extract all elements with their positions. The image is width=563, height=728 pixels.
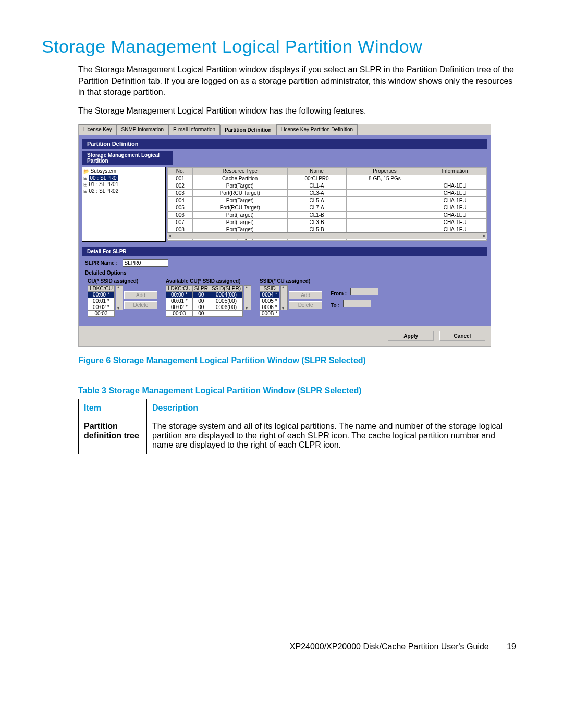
col-resource-type[interactable]: Resource Type <box>192 168 287 175</box>
page-footer: XP24000/XP20000 Disk/Cache Partition Use… <box>42 642 521 651</box>
ssid-table[interactable]: SSID 0004 * 0005 * 0006 * 000B * <box>260 285 279 317</box>
cu-scrollbar[interactable] <box>116 285 123 310</box>
desc-header-item: Item <box>79 399 147 417</box>
ssid-add-button[interactable]: Add <box>289 291 322 299</box>
table-row[interactable]: 001Cache Partition00:CLPR08 GB, 15 PGs <box>168 175 487 182</box>
table-row[interactable]: 006Port(Target)CL1-BCHA-1EU <box>168 212 487 219</box>
cu-add-button[interactable]: Add <box>124 291 157 299</box>
to-label: To : <box>331 303 340 309</box>
figure-caption: Figure 6 Storage Management Logical Part… <box>78 356 521 365</box>
apply-button[interactable]: Apply <box>388 331 434 341</box>
page-title: Storage Management Logical Partition Win… <box>42 36 521 57</box>
detail-title: Detail For SLPR <box>82 247 487 256</box>
from-input[interactable] <box>350 288 378 295</box>
tab-partition-definition[interactable]: Partition Definition <box>220 125 276 135</box>
desc-row-description: The storage system and all of its logica… <box>147 417 521 454</box>
tree-item-0[interactable]: 00 : SLPR0 <box>83 175 164 182</box>
col-properties[interactable]: Properties <box>346 168 423 175</box>
detailed-options-label: Detailed Options <box>85 270 126 276</box>
tab-license-key-partition[interactable]: License Key Partition Definition <box>276 124 358 135</box>
table-row[interactable]: 005Port(RCU Target)CL7-ACHA-1EU <box>168 204 487 212</box>
cu-table[interactable]: LDKC:CU 00:00 * 00:01 * 00:02 * 00:03 <box>88 285 115 317</box>
col-information[interactable]: Information <box>423 168 487 175</box>
desc-row-item: Partition definition tree <box>79 417 147 454</box>
panel-subtitle: Storage Management Logical Partition <box>82 151 173 165</box>
ssid-scrollbar[interactable] <box>280 285 288 310</box>
tree-item-2[interactable]: 02 : SLPR02 <box>83 188 164 195</box>
panel-title: Partition Definition <box>82 139 487 149</box>
to-input[interactable] <box>343 300 371 307</box>
table-row[interactable]: 004Port(Target)CL5-ACHA-1EU <box>168 197 487 204</box>
tab-email[interactable]: E-mail Information <box>168 124 220 135</box>
table-row[interactable]: 002Port(Target)CL1-ACHA-1EU <box>168 182 487 190</box>
slpr-name-label: SLPR Name : <box>85 260 118 266</box>
table-row[interactable]: 007Port(Target)CL3-BCHA-1EU <box>168 219 487 226</box>
intro-paragraph-2: The Storage Management Logical Partition… <box>78 105 521 117</box>
footer-doc-title: XP24000/XP20000 Disk/Cache Partition Use… <box>290 642 489 651</box>
cu-list-label: CU(* SSID assigned) <box>88 278 157 284</box>
table-caption: Table 3 Storage Management Logical Parti… <box>78 386 521 396</box>
tab-snmp[interactable]: SNMP Information <box>116 124 168 135</box>
screenshot-panel: License Key SNMP Information E-mail Info… <box>78 124 491 347</box>
resource-table-wrap: No. Resource Type Name Properties Inform… <box>167 167 487 240</box>
ssid-delete-button[interactable]: Delete <box>289 301 322 309</box>
tab-bar: License Key SNMP Information E-mail Info… <box>79 124 491 135</box>
slpr-name-input[interactable]: SLPR0 <box>123 259 168 267</box>
table-row[interactable]: 003Port(RCU Target)CL3-ACHA-1EU <box>168 190 487 197</box>
intro-paragraph-1: The Storage Management Logical Partition… <box>78 64 521 98</box>
from-label: From : <box>331 291 347 297</box>
cu-delete-button[interactable]: Delete <box>124 301 157 309</box>
col-name[interactable]: Name <box>287 168 346 175</box>
tree-item-1[interactable]: 01 : SLPR01 <box>83 181 164 188</box>
table-row: Partition definition tree The storage sy… <box>79 417 521 454</box>
ssid-list-label: SSID(* CU assigned) <box>260 278 322 284</box>
available-cu-label: Available CU(* SSID assigned) <box>166 278 251 284</box>
partition-tree[interactable]: Subsystem 00 : SLPR0 01 : SLPR01 02 : SL… <box>82 167 166 242</box>
available-cu-table[interactable]: LDKC:CU SLPR SSID(SLPR) 00:00 *000004(00… <box>166 285 243 317</box>
horizontal-scrollbar[interactable] <box>167 232 487 239</box>
tab-license-key[interactable]: License Key <box>79 124 116 135</box>
col-no[interactable]: No. <box>168 168 193 175</box>
tree-root[interactable]: Subsystem <box>83 168 164 175</box>
description-table: Item Description Partition definition tr… <box>78 399 521 454</box>
resource-table[interactable]: No. Resource Type Name Properties Inform… <box>167 167 487 241</box>
cancel-button[interactable]: Cancel <box>439 331 485 341</box>
available-cu-scrollbar[interactable] <box>244 285 251 310</box>
footer-page-number: 19 <box>507 642 516 651</box>
desc-header-description: Description <box>147 399 521 417</box>
